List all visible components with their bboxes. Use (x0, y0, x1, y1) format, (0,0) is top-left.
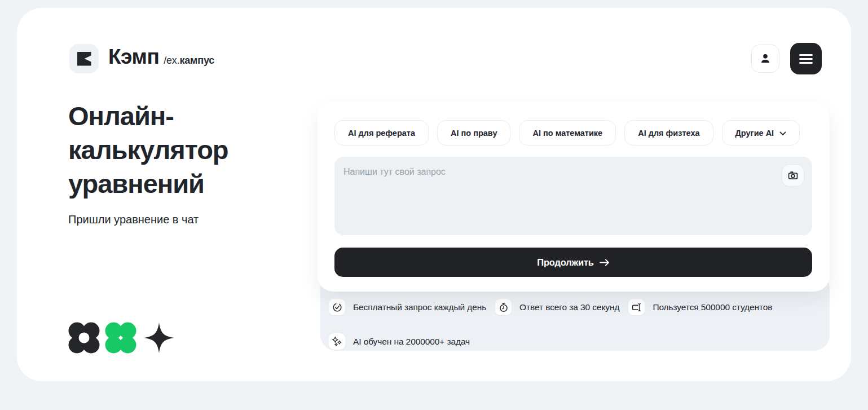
feature-item: Пользуется 500000 студентов (628, 299, 772, 315)
check-circle-icon (329, 299, 345, 315)
feature-text: Ответ всего за 30 секунд (519, 302, 619, 312)
decorative-shapes (68, 322, 177, 354)
prompt-input[interactable] (334, 157, 812, 235)
brand-suffix-plain: /ex. (164, 55, 179, 66)
star-sparkle-shape (142, 322, 177, 354)
hamburger-menu-icon (799, 54, 813, 64)
continue-button[interactable]: Продолжить (334, 248, 812, 277)
brand-wordmark[interactable]: Кэмп /ex.кампус (108, 45, 214, 69)
tab-ai-referat[interactable]: AI для реферата (334, 120, 429, 146)
stopwatch-icon (495, 299, 512, 315)
tab-label: Другие AI (735, 129, 774, 138)
continue-label: Продолжить (537, 257, 594, 268)
feature-item: AI обучен на 2000000+ задач (329, 333, 470, 350)
logo[interactable] (69, 44, 99, 73)
feature-text: Бесплатный запрос каждый день (353, 302, 486, 312)
sparkles-icon (329, 333, 345, 350)
tab-ai-fizteh[interactable]: AI для физтеха (624, 120, 713, 146)
text-input-icon (628, 299, 645, 315)
menu-button[interactable] (790, 43, 822, 74)
camera-upload-button[interactable] (782, 164, 804, 187)
page: Кэмп /ex.кампус Онлайн-калькулятор уравн… (0, 0, 868, 410)
tab-ai-matematika[interactable]: AI по математике (519, 120, 616, 146)
page-title: Онлайн-калькулятор уравнений (68, 99, 260, 201)
feature-text: Пользуется 500000 студентов (653, 302, 772, 312)
person-icon (759, 52, 772, 65)
prompt-area (334, 157, 812, 235)
feature-item: Бесплатный запрос каждый день (329, 299, 486, 315)
arrow-right-icon (600, 259, 610, 266)
chat-card: AI для реферата AI по праву AI по матема… (318, 102, 830, 292)
brand-name: Кэмп (108, 45, 159, 69)
profile-button[interactable] (751, 45, 779, 73)
camera-icon (787, 170, 799, 181)
clover-green-shape (105, 322, 136, 354)
tab-label: AI для реферата (348, 129, 415, 138)
tab-ai-pravo[interactable]: AI по праву (437, 120, 510, 146)
features-list: Бесплатный запрос каждый день Ответ всег… (329, 299, 814, 350)
brand-suffix-bold: кампус (179, 55, 214, 66)
feature-text: AI обучен на 2000000+ задач (353, 337, 470, 347)
clover-black-shape (68, 322, 100, 354)
feature-item: Ответ всего за 30 секунд (495, 299, 619, 315)
chevron-down-icon (779, 131, 786, 136)
tab-other-ai-dropdown[interactable]: Другие AI (722, 120, 800, 146)
main-container: Кэмп /ex.кампус Онлайн-калькулятор уравн… (17, 8, 851, 381)
k-logo-icon (77, 52, 91, 66)
tab-label: AI для физтеха (638, 129, 699, 138)
page-subtitle: Пришли уравнение в чат (68, 213, 199, 226)
tab-label: AI по праву (451, 129, 497, 138)
tab-label: AI по математике (532, 129, 602, 138)
ai-tabs: AI для реферата AI по праву AI по матема… (334, 120, 800, 146)
brand-suffix: /ex.кампус (164, 55, 214, 67)
